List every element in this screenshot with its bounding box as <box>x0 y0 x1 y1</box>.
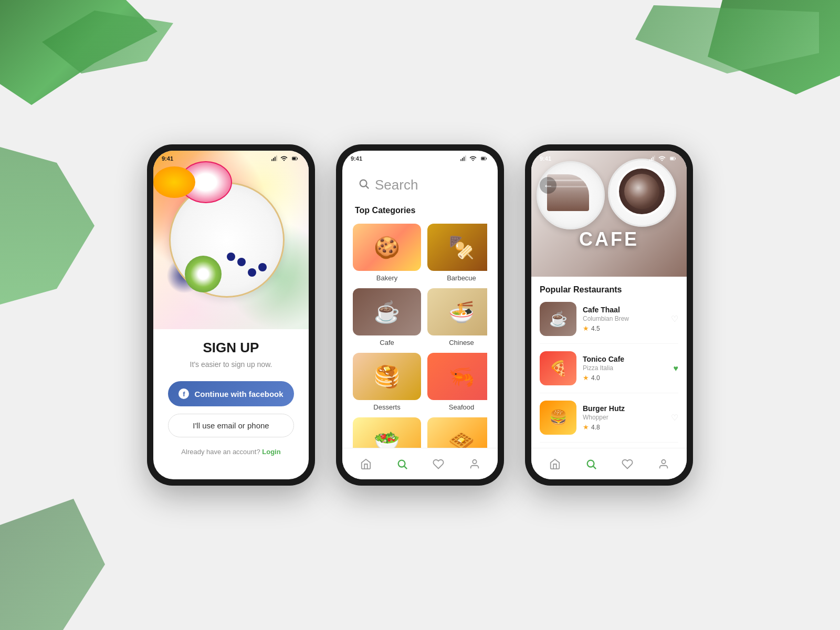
bottom-nav-2 <box>342 448 498 479</box>
phone-search-screen: 9:41 <box>342 151 498 479</box>
restaurant-burger-hutz[interactable]: 🍔 Burger Hutz Whopper ★ 4.8 ♡ <box>540 401 678 443</box>
login-link[interactable]: Login <box>262 448 280 456</box>
nav-profile-3[interactable] <box>653 454 674 475</box>
svg-line-15 <box>366 186 369 188</box>
categories-section-title: Top Categories <box>353 206 487 215</box>
nav-search-2[interactable] <box>392 454 413 475</box>
svg-rect-25 <box>675 158 676 160</box>
signal-icon-2 <box>460 155 467 162</box>
wifi-icon-2 <box>469 155 477 162</box>
phones-container: 9:41 <box>147 144 693 486</box>
wifi-icon-1 <box>280 155 288 162</box>
restaurant-cafe-thaal[interactable]: ☕ Cafe Thaal Columbian Brew ★ 4.5 ♡ <box>540 302 678 344</box>
search-icon-nav-2 <box>396 458 408 470</box>
leaf-decoration-ml <box>0 147 94 304</box>
home-icon-2 <box>360 458 372 470</box>
category-seafood[interactable]: Seafood <box>427 353 487 411</box>
blueberry-2 <box>248 268 256 277</box>
blueberry-1 <box>237 258 246 266</box>
svg-rect-13 <box>486 158 487 160</box>
latte-art <box>624 174 659 209</box>
status-bar-1: 9:41 <box>153 151 309 164</box>
category-bakery[interactable]: Bakery <box>353 224 421 282</box>
restaurant-img-burger: 🍔 <box>540 401 576 435</box>
signup-content: SIGN UP It's easier to sign up now. f Co… <box>153 329 309 466</box>
battery-icon-1 <box>290 155 300 162</box>
status-time-2: 9:41 <box>351 155 362 162</box>
facebook-button[interactable]: f Continue with facebook <box>168 381 294 406</box>
svg-rect-8 <box>462 158 463 161</box>
status-icons-1 <box>271 155 300 162</box>
nav-search-3[interactable] <box>581 454 602 475</box>
restaurant-rating-tonico: ★ 4.0 <box>583 374 667 382</box>
search-bar[interactable]: Search <box>353 177 487 193</box>
phone-cafe: 9:41 <box>525 144 693 486</box>
orange-fruit <box>153 166 195 198</box>
phone-search: 9:41 <box>336 144 504 486</box>
restaurant-img-tonico: 🍕 <box>540 351 576 385</box>
svg-rect-2 <box>275 157 276 161</box>
status-time-3: 9:41 <box>540 155 551 162</box>
login-prompt: Already have an account? <box>181 448 260 456</box>
svg-rect-21 <box>653 157 654 161</box>
star-icon-3: ★ <box>583 423 589 431</box>
svg-rect-9 <box>464 157 465 161</box>
category-bbq[interactable]: Barbecue <box>427 224 487 282</box>
search-placeholder-text: Search <box>375 177 418 193</box>
svg-rect-3 <box>276 155 277 161</box>
restaurant-name-burger: Burger Hutz <box>583 404 665 413</box>
status-icons-3 <box>649 155 678 162</box>
star-icon-1: ★ <box>583 324 589 332</box>
kiwi-fruit <box>185 256 222 292</box>
svg-point-16 <box>398 460 405 467</box>
category-seafood-img <box>427 353 487 400</box>
restaurant-sub-burger: Whopper <box>583 414 665 421</box>
status-bar-2: 9:41 <box>342 151 498 164</box>
category-desserts[interactable]: Desserts <box>353 353 421 411</box>
blueberry-3 <box>227 253 235 261</box>
category-bakery-img <box>353 224 421 271</box>
svg-rect-7 <box>460 159 461 161</box>
svg-line-17 <box>404 466 407 469</box>
rating-value-1: 4.5 <box>591 325 600 332</box>
email-button[interactable]: I'll use email or phone <box>168 414 294 437</box>
nav-favorites-2[interactable] <box>428 454 449 475</box>
signal-icon-1 <box>271 155 278 162</box>
signup-subtitle: It's easier to sign up now. <box>168 360 294 369</box>
favorite-tonico[interactable]: ♥ <box>674 364 679 373</box>
phone-signup: 9:41 <box>147 144 315 486</box>
category-chinese-img <box>427 288 487 335</box>
favorite-cafe-thaal[interactable]: ♡ <box>671 314 678 324</box>
nav-home-3[interactable] <box>544 454 565 475</box>
categories-grid: Bakery Barbecue Cafe Chinese <box>353 224 487 476</box>
nav-favorites-3[interactable] <box>617 454 638 475</box>
star-icon-2: ★ <box>583 374 589 382</box>
nav-profile-2[interactable] <box>464 454 485 475</box>
svg-point-26 <box>587 460 594 467</box>
back-button[interactable]: ← <box>540 177 556 194</box>
svg-point-18 <box>472 459 476 463</box>
restaurant-info-tonico: Tonico Cafe Pizza Italia ★ 4.0 <box>583 355 667 382</box>
rating-value-2: 4.0 <box>591 374 600 382</box>
restaurant-rating-burger: ★ 4.8 <box>583 423 665 431</box>
nav-home-2[interactable] <box>355 454 376 475</box>
hero-food-image <box>153 151 309 329</box>
restaurant-tonico-cafe[interactable]: 🍕 Tonico Cafe Pizza Italia ★ 4.0 ♥ <box>540 351 678 393</box>
search-icon-nav-3 <box>585 458 597 470</box>
svg-rect-5 <box>292 158 296 160</box>
category-chinese-label: Chinese <box>449 339 474 346</box>
status-icons-2 <box>460 155 489 162</box>
favorite-burger[interactable]: ♡ <box>671 413 678 423</box>
restaurant-rating-cafe-thaal: ★ 4.5 <box>583 324 665 332</box>
category-seafood-label: Seafood <box>449 403 474 411</box>
svg-rect-1 <box>273 158 274 161</box>
signal-icon-3 <box>649 155 656 162</box>
heart-icon-nav-3 <box>622 458 633 470</box>
signup-title: SIGN UP <box>168 340 294 356</box>
home-icon-3 <box>549 458 561 470</box>
restaurant-sub-cafe-thaal: Columbian Brew <box>583 315 665 322</box>
category-chinese[interactable]: Chinese <box>427 288 487 346</box>
category-cafe[interactable]: Cafe <box>353 288 421 346</box>
wifi-icon-3 <box>658 155 666 162</box>
facebook-icon: f <box>178 388 189 399</box>
